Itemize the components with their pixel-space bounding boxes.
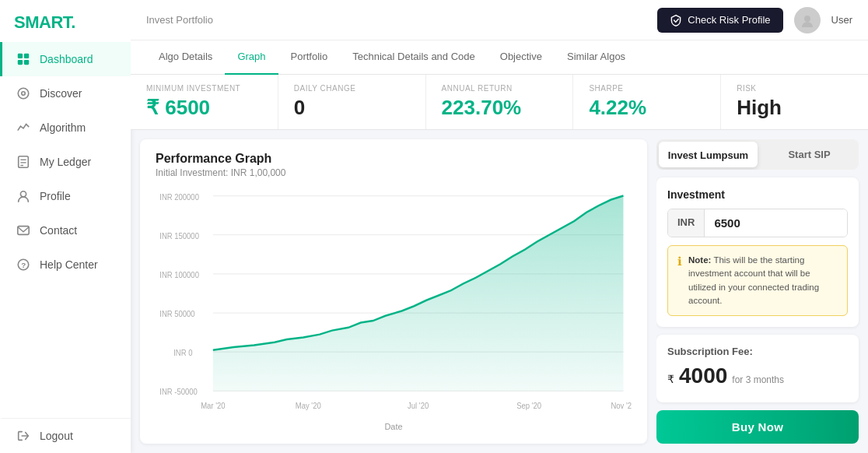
inr-input-row: INR: [667, 209, 848, 237]
stat-sharpe: Sharpe 4.22%: [573, 75, 721, 129]
logo-dot: .: [71, 12, 75, 32]
stat-min-investment: Minimum Investment ₹ 6500: [131, 75, 278, 129]
svg-rect-0: [18, 54, 23, 58]
sidebar-nav: Dashboard Discover Algorithm My: [0, 42, 131, 282]
algo-title: Invest Portfolio: [146, 14, 213, 26]
algorithm-icon: [16, 121, 30, 135]
main-content: Invest Portfolio Check Risk Profile User…: [131, 0, 868, 453]
svg-text:INR 0: INR 0: [173, 348, 192, 357]
help-icon: ?: [16, 258, 30, 272]
chart-area: INR 200000 INR 150000 INR 100000 INR 500…: [156, 186, 632, 420]
svg-point-5: [22, 92, 26, 96]
stat-min-investment-value: ₹ 6500: [146, 96, 262, 120]
shield-icon: [670, 14, 682, 26]
sidebar-item-dashboard-label: Dashboard: [40, 53, 93, 65]
performance-chart: INR 200000 INR 150000 INR 100000 INR 500…: [156, 186, 632, 420]
logo-text: SMART: [14, 12, 71, 32]
invest-lumpsum-button[interactable]: Invest Lumpsum: [659, 142, 758, 167]
profile-icon: [16, 189, 30, 203]
sidebar-item-help-center[interactable]: ? Help Center: [0, 248, 131, 282]
svg-rect-2: [18, 60, 23, 65]
check-risk-label: Check Risk Profile: [688, 14, 770, 26]
buy-now-button[interactable]: Buy Now: [656, 410, 859, 444]
dashboard-icon: [16, 52, 30, 66]
stat-min-investment-label: Minimum Investment: [146, 84, 262, 93]
user-label: User: [831, 14, 852, 26]
tab-similar-algos[interactable]: Similar Algos: [555, 40, 638, 75]
stat-sharpe-value: 4.22%: [589, 96, 705, 120]
tab-graph[interactable]: Graph: [225, 40, 278, 75]
sidebar-item-profile[interactable]: Profile: [0, 179, 131, 213]
svg-rect-1: [24, 54, 29, 58]
svg-text:INR 150000: INR 150000: [159, 231, 199, 241]
topbar-right: Check Risk Profile User: [657, 7, 852, 33]
investment-label: Investment: [667, 188, 848, 201]
graph-subtitle: Initial Investment: INR 1,00,000: [156, 167, 632, 178]
sidebar-item-profile-label: Profile: [40, 190, 71, 202]
svg-text:Mar '20: Mar '20: [201, 401, 226, 410]
sidebar-item-algorithm[interactable]: Algorithm: [0, 111, 131, 145]
svg-text:INR 50000: INR 50000: [159, 309, 195, 318]
sidebar: SMART. Dashboard Discover Algor: [0, 0, 131, 453]
svg-text:INR 200000: INR 200000: [159, 192, 199, 202]
sidebar-item-dashboard[interactable]: Dashboard: [0, 42, 131, 76]
svg-text:INR -50000: INR -50000: [159, 388, 198, 397]
note-icon: ℹ: [677, 255, 682, 269]
tab-portfolio[interactable]: Portfolio: [278, 40, 341, 75]
svg-rect-11: [18, 226, 29, 235]
sidebar-item-contact-label: Contact: [40, 224, 77, 237]
graph-section: Performance Graph Initial Investment: IN…: [140, 139, 647, 444]
logo: SMART.: [0, 0, 131, 42]
ledger-icon: [16, 155, 30, 169]
subscription-section: Subscription Fee: ₹ 4000 for 3 months: [656, 335, 859, 402]
svg-text:INR 100000: INR 100000: [159, 270, 199, 279]
x-axis-label: Date: [156, 422, 632, 431]
stat-daily-change: Daily Change 0: [278, 75, 426, 129]
chart-area-fill: [213, 196, 624, 392]
start-sip-button[interactable]: Start SIP: [760, 139, 859, 170]
tab-objective[interactable]: Objective: [488, 40, 555, 75]
svg-rect-3: [24, 60, 29, 65]
content-area: Performance Graph Initial Investment: IN…: [131, 130, 868, 453]
sidebar-item-algorithm-label: Algorithm: [40, 121, 86, 134]
sidebar-item-help-center-label: Help Center: [40, 258, 98, 271]
sidebar-item-my-ledger[interactable]: My Ledger: [0, 145, 131, 179]
sub-rupee: ₹: [667, 373, 674, 385]
svg-text:Nov '20: Nov '20: [611, 401, 632, 410]
invest-toggle: Invest Lumpsum Start SIP: [656, 139, 859, 170]
subscription-label: Subscription Fee:: [667, 346, 848, 357]
stat-daily-change-label: Daily Change: [294, 84, 410, 93]
topbar: Invest Portfolio Check Risk Profile User: [131, 0, 868, 40]
note-box: ℹ Note: This will be the starting invest…: [667, 245, 848, 316]
tab-technical-details[interactable]: Technical Details and Code: [340, 40, 488, 75]
check-risk-button[interactable]: Check Risk Profile: [657, 8, 782, 33]
note-text: Note: This will be the starting investme…: [688, 254, 838, 307]
svg-text:?: ?: [21, 261, 26, 269]
investment-section: Investment INR ℹ Note: This will be the …: [656, 177, 859, 327]
stat-daily-change-value: 0: [294, 96, 410, 120]
tab-algo-details[interactable]: Algo Details: [146, 40, 225, 75]
stat-annual-return-label: Annual Return: [442, 84, 558, 93]
svg-point-10: [20, 191, 26, 197]
logout-label: Logout: [40, 430, 73, 442]
svg-point-4: [18, 88, 29, 99]
tabs-row: Algo Details Graph Portfolio Technical D…: [131, 40, 868, 75]
logout-icon: [16, 429, 30, 443]
svg-text:Sep '20: Sep '20: [516, 401, 541, 410]
right-panel: Invest Lumpsum Start SIP Investment INR …: [656, 130, 868, 453]
inr-input[interactable]: [705, 209, 848, 237]
stats-row: Minimum Investment ₹ 6500 Daily Change 0…: [131, 75, 868, 130]
svg-text:May '20: May '20: [296, 401, 321, 410]
stat-risk-label: Risk: [737, 84, 852, 93]
stat-risk: Risk High: [721, 75, 868, 129]
inr-tag: INR: [668, 209, 705, 237]
stat-annual-return-value: 223.70%: [442, 96, 558, 120]
sidebar-item-logout[interactable]: Logout: [0, 418, 131, 453]
discover-icon: [16, 86, 30, 100]
sub-amount: 4000: [679, 363, 727, 388]
sidebar-item-my-ledger-label: My Ledger: [40, 156, 91, 168]
sidebar-item-contact[interactable]: Contact: [0, 213, 131, 248]
sidebar-item-discover[interactable]: Discover: [0, 76, 131, 111]
contact-icon: [16, 223, 30, 237]
svg-text:Jul '20: Jul '20: [408, 401, 429, 410]
